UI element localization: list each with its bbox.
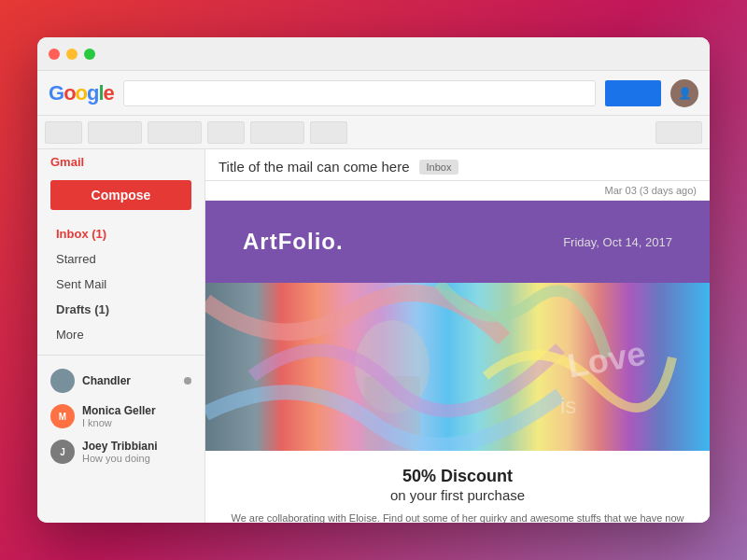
graffiti-banner: Love is xyxy=(205,283,710,451)
joey-avatar: J xyxy=(50,440,75,464)
email-header: Title of the mail can come here Inbox xyxy=(205,149,710,181)
email-meta: Mar 03 (3 days ago) xyxy=(205,181,710,201)
maximize-dot[interactable] xyxy=(84,49,95,60)
chat-section: Chandler M Monica Geller I know J Joey T… xyxy=(37,363,204,477)
close-dot[interactable] xyxy=(49,49,60,60)
toolbar-btn-right[interactable] xyxy=(655,121,702,144)
email-received-date: Mar 03 (3 days ago) xyxy=(605,185,697,196)
title-bar xyxy=(37,37,710,71)
artfolio-date: Friday, Oct 14, 2017 xyxy=(563,235,672,249)
compose-button[interactable]: Compose xyxy=(50,180,191,210)
graffiti-art: Love is xyxy=(205,283,710,451)
search-button[interactable] xyxy=(605,80,661,106)
top-bar: Google 👤 xyxy=(37,71,710,116)
nav-inbox[interactable]: Inbox (1) xyxy=(37,221,204,246)
app-window: Google 👤 Gmail Compose Inbox (1) Starred xyxy=(37,37,710,523)
joey-info: Joey Tribbiani How you doing xyxy=(82,440,158,464)
nav-sent[interactable]: Sent Mail xyxy=(37,272,204,297)
toolbar-row xyxy=(37,116,710,149)
chat-item-monica[interactable]: M Monica Geller I know xyxy=(37,399,204,434)
discount-body: We are collaborating with Eloise. Find o… xyxy=(228,511,687,523)
chandler-avatar xyxy=(50,369,75,393)
toolbar-btn-4[interactable] xyxy=(207,121,245,144)
discount-title: 50% Discount xyxy=(228,466,687,487)
inbox-badge: Inbox xyxy=(419,160,459,175)
chandler-status xyxy=(184,377,191,385)
search-input[interactable] xyxy=(132,81,587,105)
toolbar-btn-5[interactable] xyxy=(250,121,304,144)
avatar[interactable]: 👤 xyxy=(670,79,698,107)
chandler-info: Chandler xyxy=(82,374,131,387)
svg-text:Love: Love xyxy=(564,334,648,385)
monica-avatar: M xyxy=(50,404,75,428)
app-body: Gmail Compose Inbox (1) Starred Sent Mai… xyxy=(37,149,710,523)
nav-more[interactable]: More xyxy=(37,322,204,347)
artfolio-header: ArtFolio. Friday, Oct 14, 2017 xyxy=(205,201,710,283)
email-body: ArtFolio. Friday, Oct 14, 2017 xyxy=(205,201,710,523)
artfolio-logo: ArtFolio. xyxy=(243,229,344,255)
svg-text:is: is xyxy=(560,393,576,418)
monica-info: Monica Geller I know xyxy=(82,404,156,428)
chat-item-joey[interactable]: J Joey Tribbiani How you doing xyxy=(37,434,204,469)
toolbar-btn-2[interactable] xyxy=(88,121,142,144)
google-logo: Google xyxy=(49,81,114,105)
discount-section: 50% Discount on your first purchase We a… xyxy=(205,451,710,523)
email-content: Title of the mail can come here Inbox Ma… xyxy=(205,149,710,523)
nav-drafts[interactable]: Drafts (1) xyxy=(37,297,204,322)
search-bar[interactable] xyxy=(123,80,596,106)
toolbar-btn-1[interactable] xyxy=(45,121,82,144)
discount-sub: on your first purchase xyxy=(228,487,687,503)
sidebar-divider xyxy=(37,355,204,356)
chat-item-chandler[interactable]: Chandler xyxy=(37,363,204,399)
toolbar-btn-3[interactable] xyxy=(148,121,202,144)
nav-starred[interactable]: Starred xyxy=(37,246,204,272)
sidebar: Gmail Compose Inbox (1) Starred Sent Mai… xyxy=(37,149,205,523)
toolbar-btn-6[interactable] xyxy=(310,121,347,144)
minimize-dot[interactable] xyxy=(66,49,78,60)
email-subject: Title of the mail can come here xyxy=(218,159,410,175)
gmail-label: Gmail xyxy=(37,149,204,169)
